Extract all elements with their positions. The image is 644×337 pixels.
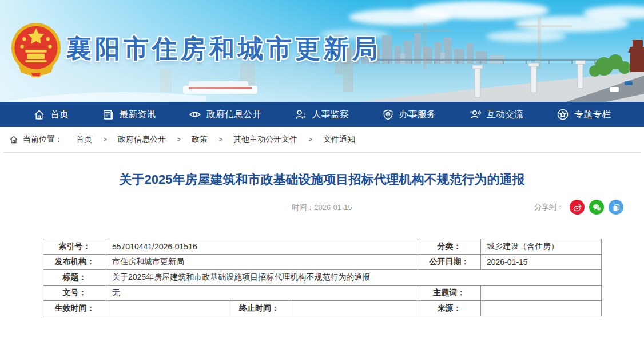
header-banner: 襄阳市住房和城市更新局 — [0, 0, 644, 102]
effective-date-value — [106, 301, 229, 316]
publisher-value: 市住房和城市更新局 — [106, 255, 418, 270]
news-icon — [102, 109, 114, 121]
copy-link-icon — [612, 203, 621, 212]
breadcrumb-item-policy[interactable]: 政策 — [186, 134, 213, 145]
nav-label: 首页 — [50, 109, 69, 121]
national-emblem-icon — [9, 21, 63, 80]
doc-title-value: 关于2025年房屋建筑和市政基础设施项目招标代理机构不规范行为的通报 — [106, 270, 602, 286]
nav-label: 人事监察 — [312, 109, 348, 121]
table-row: 发布机构： 市住房和城市更新局 公开日期： 2026-01-15 — [43, 255, 602, 270]
nav-label: 办事服务 — [399, 109, 436, 121]
table-row: 文号： 无 主题词： — [43, 286, 602, 301]
home-icon — [9, 135, 18, 144]
site-title: 襄阳市住房和城市更新局 — [66, 32, 381, 66]
keywords-label: 主题词： — [418, 286, 481, 301]
breadcrumb-item-other-public-docs[interactable]: 其他主动公开文件 — [228, 134, 303, 145]
nav-item-interaction[interactable]: 互动交流 — [469, 108, 523, 121]
doc-number-value: 无 — [106, 286, 418, 301]
breadcrumb-separator: > — [217, 136, 224, 144]
category-value: 城乡建设（含住房） — [481, 239, 602, 255]
page-title: 关于2025年房屋建筑和市政基础设施项目招标代理机构不规范行为的通报 — [0, 171, 644, 188]
article-meta-row: 时间：2026-01-15 分享到： — [0, 200, 644, 216]
share-copy-link-button[interactable] — [609, 200, 623, 215]
time-label: 时间： — [292, 203, 314, 212]
nav-label: 互动交流 — [487, 109, 523, 121]
expiry-date-label: 终止时间： — [229, 301, 289, 316]
source-value — [481, 301, 602, 316]
breadcrumb-item-gov-info[interactable]: 政府信息公开 — [113, 134, 171, 145]
breadcrumb-separator: > — [176, 136, 182, 144]
publish-date-value: 2026-01-15 — [481, 255, 602, 270]
breadcrumb: 当前位置： 首页 > 政府信息公开 > 政策 > 其他主动公开文件 > 文件通知 — [3, 127, 641, 153]
index-number-label: 索引号： — [43, 239, 106, 255]
chat-icon — [469, 108, 482, 121]
nav-item-news[interactable]: 最新资讯 — [102, 109, 156, 121]
document-meta-table-wrap: 索引号： 557010441/2026-01516 分类： 城乡建设（含住房） … — [43, 239, 601, 316]
share-bar: 分享到： — [534, 200, 623, 215]
main-nav: 首页 最新资讯 政府信息公开 人事监察 办事服务 互动交流 — [0, 102, 644, 127]
table-row: 标题： 关于2025年房屋建筑和市政基础设施项目招标代理机构不规范行为的通报 — [43, 270, 602, 286]
category-label: 分类： — [418, 239, 481, 255]
nav-item-home[interactable]: 首页 — [33, 109, 69, 121]
source-label: 来源： — [418, 301, 481, 316]
index-number-value: 557010441/2026-01516 — [106, 239, 418, 255]
publish-date-label: 公开日期： — [418, 255, 481, 270]
nav-label: 专题专栏 — [574, 109, 611, 121]
wechat-icon — [592, 203, 602, 212]
shield-icon — [382, 109, 394, 121]
breadcrumb-separator: > — [307, 136, 313, 144]
publisher-label: 发布机构： — [43, 255, 106, 270]
breadcrumb-separator: > — [102, 136, 108, 144]
home-icon — [33, 109, 45, 121]
nav-item-personnel[interactable]: 人事监察 — [295, 109, 348, 121]
doc-title-label: 标题： — [43, 270, 106, 286]
time-value: 2026-01-15 — [314, 203, 352, 212]
doc-number-label: 文号： — [43, 286, 106, 301]
person-icon — [295, 109, 307, 121]
expiry-date-value — [289, 301, 418, 316]
nav-label: 政府信息公开 — [206, 109, 261, 121]
share-weibo-button[interactable] — [570, 200, 585, 215]
effective-date-label: 生效时间： — [43, 301, 106, 316]
keywords-value — [481, 286, 602, 301]
table-row: 索引号： 557010441/2026-01516 分类： 城乡建设（含住房） — [43, 239, 602, 255]
breadcrumb-item-file-notice[interactable]: 文件通知 — [318, 134, 360, 145]
nav-item-special-columns[interactable]: 专题专栏 — [556, 108, 611, 121]
breadcrumb-item-home[interactable]: 首页 — [71, 134, 97, 145]
eye-icon — [189, 108, 201, 121]
table-row: 生效时间： 终止时间： 来源： — [43, 301, 602, 316]
breadcrumb-prefix: 当前位置： — [23, 134, 66, 145]
nav-item-services[interactable]: 办事服务 — [382, 109, 436, 121]
nav-label: 最新资讯 — [119, 109, 156, 121]
weibo-icon — [573, 203, 582, 212]
share-label: 分享到： — [534, 202, 564, 212]
share-wechat-button[interactable] — [589, 200, 604, 215]
nav-item-gov-info[interactable]: 政府信息公开 — [189, 108, 261, 121]
star-icon — [556, 108, 569, 121]
document-meta-table: 索引号： 557010441/2026-01516 分类： 城乡建设（含住房） … — [43, 239, 602, 316]
